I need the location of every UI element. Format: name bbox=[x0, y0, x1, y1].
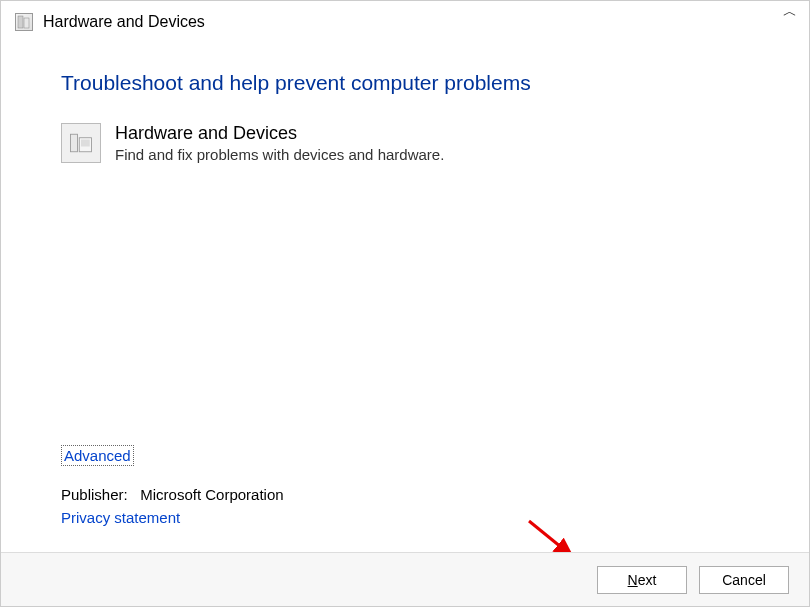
footer: Next Cancel bbox=[1, 552, 809, 606]
cancel-button[interactable]: Cancel bbox=[699, 566, 789, 594]
bottom-links: Advanced Publisher: Microsoft Corporatio… bbox=[61, 445, 284, 526]
svg-rect-1 bbox=[24, 18, 29, 28]
troubleshooter-description: Find and fix problems with devices and h… bbox=[115, 146, 749, 163]
next-button[interactable]: Next bbox=[597, 566, 687, 594]
window-title: Hardware and Devices bbox=[43, 13, 205, 31]
titlebar: Hardware and Devices bbox=[1, 1, 809, 43]
advanced-link[interactable]: Advanced bbox=[61, 445, 134, 466]
publisher-info: Publisher: Microsoft Corporation bbox=[61, 486, 284, 503]
troubleshooter-item: Hardware and Devices Find and fix proble… bbox=[61, 123, 749, 163]
chevron-up-icon: ︿ bbox=[783, 3, 797, 21]
svg-rect-2 bbox=[71, 134, 78, 152]
privacy-link[interactable]: Privacy statement bbox=[61, 509, 180, 526]
publisher-label: Publisher: bbox=[61, 486, 128, 503]
window-icon bbox=[15, 13, 33, 31]
svg-rect-4 bbox=[81, 140, 90, 147]
svg-line-6 bbox=[529, 521, 572, 556]
troubleshooter-title: Hardware and Devices bbox=[115, 123, 749, 144]
content-area: Troubleshoot and help prevent computer p… bbox=[1, 43, 809, 163]
publisher-value: Microsoft Corporation bbox=[140, 486, 283, 503]
troubleshooter-text: Hardware and Devices Find and fix proble… bbox=[115, 123, 749, 163]
hardware-icon bbox=[61, 123, 101, 163]
svg-rect-0 bbox=[18, 16, 23, 28]
page-heading: Troubleshoot and help prevent computer p… bbox=[61, 71, 749, 95]
